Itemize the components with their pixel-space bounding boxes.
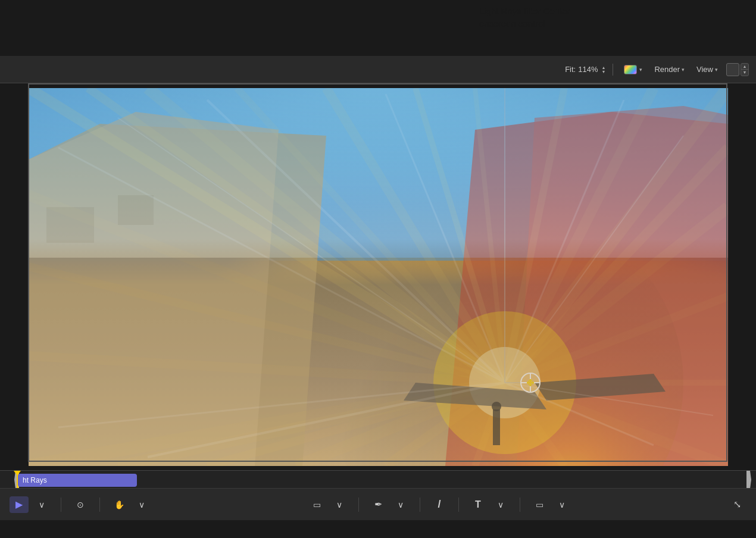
play-controls: ▶ ∨: [10, 496, 51, 513]
tooltip-line1: Light Rays filter Center: [479, 6, 570, 16]
fit-control[interactable]: Fit: 114% ▲ ▼: [565, 65, 605, 74]
rect-icon: ▭: [313, 500, 321, 509]
end-marker-icon: [746, 471, 751, 489]
hand-tools: ✋ ∨: [110, 496, 151, 513]
separator-5: [458, 498, 459, 512]
badge-chevron[interactable]: ∨: [552, 496, 571, 513]
render-dropdown[interactable]: Render ▾: [651, 63, 688, 76]
text-chevron-icon: ∨: [498, 500, 504, 509]
window-down[interactable]: ▼: [741, 70, 748, 76]
separator-4: [420, 498, 420, 512]
tooltip-line2: onscreen control: [479, 18, 545, 29]
svg-point-38: [492, 402, 501, 411]
timeline-track: ht Rays: [0, 471, 756, 489]
badge-icon: ▭: [536, 500, 543, 509]
hand-button[interactable]: ✋: [110, 496, 129, 513]
fit-stepper[interactable]: ▲ ▼: [601, 65, 605, 74]
text-tools: T ∨: [468, 496, 510, 513]
text-icon: T: [475, 499, 481, 510]
timeline-clip-label: ht Rays: [23, 476, 47, 484]
scene-svg: [29, 88, 728, 466]
play-chevron[interactable]: ∨: [32, 496, 51, 513]
badge-chevron-icon: ∨: [559, 500, 565, 509]
color-swatch: [624, 65, 637, 74]
badge-tools: ▭ ∨: [530, 496, 571, 513]
rect-button[interactable]: ▭: [307, 496, 326, 513]
svg-rect-37: [493, 409, 500, 445]
svg-marker-58: [746, 471, 751, 489]
bottom-toolbar: ▶ ∨ ⊙ ✋ ∨ ▭ ∨ ✒ ∨: [0, 488, 756, 520]
hand-chevron[interactable]: ∨: [132, 496, 151, 513]
line-icon: /: [438, 498, 441, 511]
pen-chevron-icon: ∨: [398, 500, 404, 509]
play-button[interactable]: ▶: [10, 496, 29, 513]
toolbar-divider-1: [613, 64, 613, 76]
separator-2: [99, 498, 100, 512]
play-chevron-icon: ∨: [39, 500, 45, 509]
window-up[interactable]: ▲: [741, 64, 748, 70]
pen-tools: ✒ ∨: [368, 496, 410, 513]
render-label: Render: [654, 65, 680, 74]
color-chevron: ▾: [639, 67, 642, 73]
text-button[interactable]: T: [468, 496, 488, 513]
expand-icon: ⤡: [733, 499, 741, 510]
tooltip-area: Light Rays filter Center onscreen contro…: [472, 0, 756, 56]
canvas-frame: [29, 88, 728, 466]
window-square[interactable]: [726, 63, 739, 76]
orbit-button[interactable]: ⊙: [71, 496, 90, 513]
expand-button[interactable]: ⤡: [727, 496, 746, 513]
orbit-tools: ⊙: [71, 496, 90, 513]
play-icon: ▶: [15, 499, 23, 510]
badge-button[interactable]: ▭: [530, 496, 549, 513]
window-stepper[interactable]: ▲ ▼: [741, 63, 749, 76]
view-dropdown[interactable]: View ▾: [693, 63, 721, 76]
canvas-area: [0, 83, 756, 470]
rect-chevron-icon: ∨: [336, 500, 342, 509]
rect-chevron[interactable]: ∨: [330, 496, 349, 513]
shape-tools: ▭ ∨: [307, 496, 349, 513]
orbit-icon: ⊙: [77, 500, 84, 509]
fit-value: 114%: [578, 65, 598, 74]
timeline-clip[interactable]: ht Rays: [18, 474, 137, 487]
text-chevron[interactable]: ∨: [491, 496, 510, 513]
color-swatch-btn[interactable]: ▾: [620, 63, 646, 76]
pen-chevron[interactable]: ∨: [391, 496, 410, 513]
view-chevron: ▾: [715, 67, 718, 73]
hand-chevron-icon: ∨: [139, 500, 145, 509]
separator-3: [358, 498, 359, 512]
top-toolbar: Fit: 114% ▲ ▼ ▾ Render ▾ View ▾ ▲ ▼: [0, 56, 756, 83]
hand-icon: ✋: [114, 500, 124, 509]
tooltip-text: Light Rays filter Center onscreen contro…: [479, 5, 570, 30]
separator-1: [61, 498, 61, 512]
pen-icon: ✒: [374, 499, 382, 510]
render-chevron: ▾: [682, 67, 685, 73]
pen-button[interactable]: ✒: [368, 496, 388, 513]
fit-label: Fit:: [565, 65, 576, 74]
svg-rect-4: [118, 195, 154, 225]
separator-6: [520, 498, 520, 512]
view-label: View: [696, 65, 713, 74]
window-control-group[interactable]: ▲ ▼: [726, 63, 749, 76]
line-button[interactable]: /: [430, 496, 449, 513]
timeline-end-marker: [746, 471, 751, 489]
